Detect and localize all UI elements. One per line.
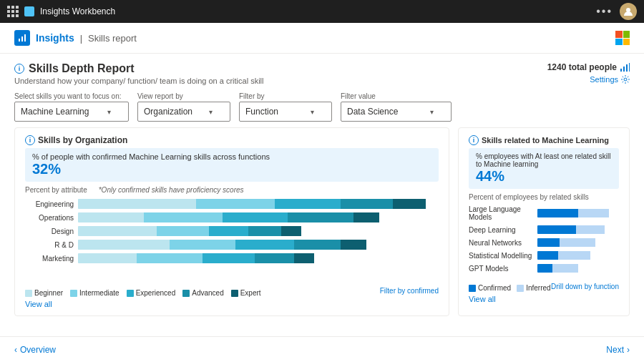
- skill-bar-container: [537, 251, 619, 260]
- bar-container: [78, 199, 439, 209]
- bar-segment: [223, 212, 288, 222]
- bottom-nav: ‹ Overview Next ›: [0, 336, 644, 362]
- filters-row: Select skills you want to focus on: Mach…: [0, 89, 644, 127]
- skill-bar-container: [537, 209, 619, 217]
- chevron-left-icon: ‹: [14, 345, 17, 355]
- legend-label: Advanced: [192, 289, 223, 297]
- bar-container: [78, 212, 439, 222]
- report-right: 1240 total people Settings: [547, 62, 630, 84]
- report-title: Skills Depth Report: [29, 62, 135, 75]
- right-legend-color: [469, 285, 476, 292]
- svg-rect-5: [623, 67, 625, 72]
- bar-segment: [78, 212, 144, 222]
- info-icon: i: [14, 64, 24, 74]
- confirmed-segment: [537, 238, 560, 247]
- bar-segment: [294, 253, 313, 263]
- right-legend: ConfirmedInferred: [469, 284, 551, 292]
- right-legend-label: Confirmed: [478, 284, 511, 292]
- left-view-all[interactable]: View all: [25, 300, 439, 308]
- bar-label: Engineering: [25, 200, 74, 208]
- right-legend-label: Inferred: [526, 284, 550, 292]
- right-view-all[interactable]: View all: [469, 295, 619, 303]
- confirmed-segment: [537, 209, 578, 217]
- legend-color: [25, 290, 32, 297]
- right-bar-chart: Large Language ModelsDeep LearningNeural…: [469, 205, 619, 277]
- filter-val-select[interactable]: Data Science ▾: [341, 102, 452, 122]
- prev-button[interactable]: ‹ Overview: [14, 345, 56, 355]
- bar-container: [78, 240, 439, 250]
- legend-item: Beginner: [25, 289, 63, 297]
- more-options-button[interactable]: •••: [596, 5, 613, 18]
- bar-label: R & D: [25, 241, 74, 249]
- topbar-left: Insights Workbench: [7, 6, 115, 17]
- settings-link[interactable]: Settings: [547, 75, 630, 84]
- bar-segment: [78, 226, 157, 236]
- bar-row: Operations: [25, 212, 439, 222]
- bar-row: Design: [25, 226, 439, 236]
- charts-area: i Skills by Organization % of people wit…: [0, 127, 644, 316]
- filter-by-select[interactable]: Function ▾: [239, 102, 332, 122]
- bar-segment: [170, 240, 235, 250]
- chevron-down-icon: ▾: [107, 108, 111, 116]
- chart-legend: BeginnerIntermediateExperiencedAdvancedE…: [25, 289, 261, 297]
- app-logo-icon: [24, 6, 34, 16]
- filter-by-group: Filter by Function ▾: [239, 92, 332, 122]
- svg-rect-7: [629, 63, 630, 72]
- skill-bar-row: Large Language Models: [469, 205, 619, 221]
- bar-segment: [157, 226, 209, 236]
- right-highlight-pct: 44%: [476, 168, 612, 185]
- header-left: Insights | Skills report: [14, 30, 137, 46]
- filter-by-label: Filter by: [239, 92, 332, 100]
- skill-bar-container: [537, 225, 619, 234]
- svg-rect-2: [21, 36, 23, 41]
- right-highlight-box: % employees with At least one related sk…: [469, 148, 619, 189]
- drill-down-link[interactable]: Drill down by function: [551, 283, 619, 290]
- legend-item: Advanced: [182, 289, 223, 297]
- skill-filter-select[interactable]: Machine Learning ▾: [14, 102, 129, 122]
- bar-row: R & D: [25, 240, 439, 250]
- insights-logo: [14, 30, 30, 46]
- bar-segment: [255, 253, 294, 263]
- skill-filter-group: Select skills you want to focus on: Mach…: [14, 92, 129, 122]
- svg-rect-6: [626, 64, 628, 72]
- bar-segment: [235, 240, 294, 250]
- filter-confirmed-link[interactable]: Filter by confirmed: [380, 287, 439, 295]
- legend-color: [127, 290, 134, 297]
- left-chart-title: i Skills by Organization: [25, 135, 439, 145]
- bar-segment: [196, 199, 275, 209]
- right-legend-color: [517, 285, 524, 292]
- grid-icon[interactable]: [7, 6, 19, 17]
- bar-container: [78, 253, 439, 263]
- skill-bar-container: [537, 238, 619, 247]
- view-filter-select[interactable]: Organization ▾: [137, 102, 230, 122]
- svg-rect-4: [620, 69, 622, 72]
- svg-point-8: [624, 78, 627, 81]
- bar-segment: [209, 226, 248, 236]
- bar-chart: EngineeringOperationsDesignR & DMarketin…: [25, 199, 439, 285]
- avatar[interactable]: [620, 3, 637, 20]
- ms-logo: [615, 31, 630, 45]
- chevron-right-icon: ›: [627, 345, 630, 355]
- bar-label: Design: [25, 228, 74, 235]
- info-icon-right: i: [469, 135, 479, 145]
- next-button[interactable]: Next ›: [606, 345, 630, 355]
- legend-label: Intermediate: [79, 289, 119, 297]
- skill-bar-label: Neural Networks: [469, 239, 533, 247]
- inferred-segment: [560, 238, 595, 247]
- skill-bar-label: GPT Models: [469, 265, 533, 273]
- skill-bar-container: [537, 264, 619, 273]
- left-highlight-pct: 32%: [32, 161, 431, 177]
- header-title: Insights: [36, 32, 74, 44]
- bar-segment: [78, 253, 137, 263]
- right-legend-row: ConfirmedInferred Drill down by function: [469, 281, 619, 292]
- bar-segment: [281, 226, 301, 236]
- confirmed-segment: [537, 225, 576, 234]
- bar-segment: [137, 253, 203, 263]
- legend-color: [70, 290, 77, 297]
- bar-segment: [341, 199, 393, 209]
- filter-val-group: Filter value Data Science ▾: [341, 92, 452, 122]
- chevron-down-icon: ▾: [430, 108, 434, 116]
- bar-segment: [144, 212, 223, 222]
- info-icon-left: i: [25, 135, 35, 145]
- right-legend-item: Confirmed: [469, 284, 511, 292]
